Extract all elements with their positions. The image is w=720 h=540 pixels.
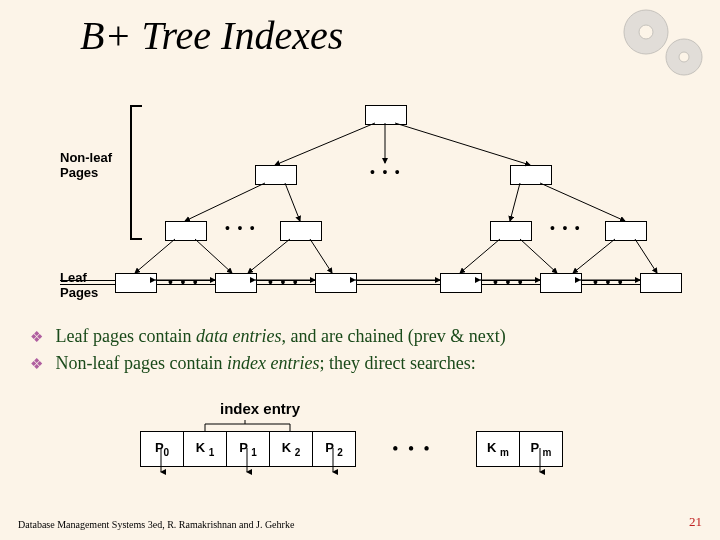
svg-line-13 — [248, 239, 290, 273]
bullet-em: index entries — [227, 353, 319, 373]
bullet-item: ❖ Non-leaf pages contain index entries; … — [30, 353, 690, 374]
index-entry-diagram: index entry P0 K 1 P 1 K 2 P 2 ••• K m P… — [140, 400, 680, 467]
bullet-text: , and are chained (prev & next) — [281, 326, 505, 346]
svg-line-17 — [573, 239, 615, 273]
index-entry-label: index entry — [220, 400, 680, 417]
svg-line-7 — [185, 183, 265, 221]
slide: B+ Tree Indexes Non-leaf Pages Leaf Page… — [0, 0, 720, 540]
bullet-list: ❖ Leaf pages contain data entries, and a… — [30, 320, 690, 380]
index-bracket-icon — [140, 420, 360, 434]
diamond-icon: ❖ — [30, 356, 43, 372]
svg-line-9 — [510, 183, 520, 221]
bullet-text: Leaf pages contain — [56, 326, 196, 346]
tree-diagram: Non-leaf Pages Leaf Pages • • • • • • • … — [60, 95, 660, 305]
gear-icon — [606, 2, 716, 96]
svg-line-10 — [540, 183, 625, 221]
svg-line-12 — [195, 239, 232, 273]
svg-line-18 — [635, 239, 657, 273]
pointer-arrows — [140, 448, 680, 478]
bullet-text: Non-leaf pages contain — [56, 353, 227, 373]
bullet-em: data entries — [196, 326, 282, 346]
page-title: B+ Tree Indexes — [80, 12, 343, 59]
page-number: 21 — [689, 514, 702, 530]
footer-text: Database Management Systems 3ed, R. Rama… — [18, 519, 294, 530]
bullet-item: ❖ Leaf pages contain data entries, and a… — [30, 326, 690, 347]
svg-line-6 — [395, 123, 530, 165]
svg-line-8 — [285, 183, 300, 221]
svg-line-15 — [460, 239, 500, 273]
svg-point-1 — [639, 25, 653, 39]
svg-point-3 — [679, 52, 689, 62]
svg-line-14 — [310, 239, 332, 273]
svg-line-4 — [275, 123, 375, 165]
tree-edges — [60, 95, 660, 305]
diamond-icon: ❖ — [30, 329, 43, 345]
svg-line-16 — [520, 239, 557, 273]
bullet-text: ; they direct searches: — [319, 353, 475, 373]
svg-line-11 — [135, 239, 175, 273]
